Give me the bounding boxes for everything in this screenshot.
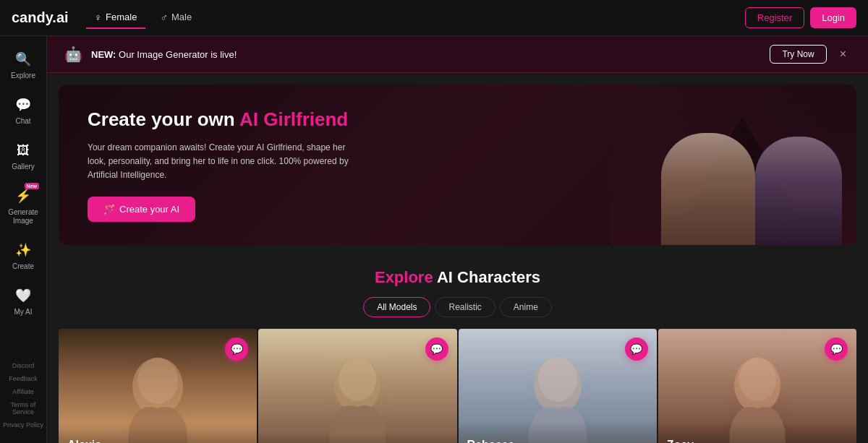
explore-title: Explore AI Characters xyxy=(59,268,856,287)
zoey-name: Zoey xyxy=(667,439,848,443)
svg-point-1 xyxy=(137,358,178,404)
explore-icon: 🔍 xyxy=(13,49,33,69)
filter-anime[interactable]: Anime xyxy=(500,297,552,317)
asuna-info: Asuna 18 years Japanese waitress, manga … xyxy=(258,432,456,443)
myai-icon: 🤍 xyxy=(13,285,33,306)
filter-tabs: All Models Realistic Anime xyxy=(59,297,856,317)
register-button[interactable]: Register xyxy=(745,7,804,28)
sidebar-item-gallery[interactable]: 🖼 Gallery xyxy=(3,134,43,177)
asuna-chat-button[interactable]: 💬 xyxy=(425,337,448,361)
filter-all-models[interactable]: All Models xyxy=(363,297,430,317)
explore-section: Explore AI Characters All Models Realist… xyxy=(47,257,868,443)
sidebar-top: 🔍 Explore 💬 Chat 🖼 Gallery New ⚡ Generat… xyxy=(0,43,46,322)
top-navigation: candy.ai ♀ Female ♂ Male Register Login xyxy=(0,0,868,36)
privacy-link[interactable]: Privacy Policy xyxy=(1,420,45,430)
main-layout: 🔍 Explore 💬 Chat 🖼 Gallery New ⚡ Generat… xyxy=(0,36,868,443)
zoey-info: Zoey 21 years Trendy student and barista… xyxy=(658,421,856,443)
svg-point-3 xyxy=(339,358,376,401)
rebecca-info: Rebecca 51 years Active Yoga and fitness… xyxy=(459,421,657,443)
sidebar-item-chat[interactable]: 💬 Chat xyxy=(3,89,43,132)
alexis-info: Alexis 25 years Digital muse and trendse… xyxy=(59,421,257,443)
discord-link[interactable]: Discord xyxy=(11,361,36,371)
svg-point-7 xyxy=(739,358,776,401)
hero-content: Create your own AI Girlfriend Your dream… xyxy=(88,108,827,222)
rebecca-chat-button[interactable]: 💬 xyxy=(625,337,648,361)
character-card-rebecca[interactable]: 💬 Rebecca 51 years Active Yoga and fitne… xyxy=(459,329,657,443)
login-button[interactable]: Login xyxy=(810,7,856,28)
main-content: 🤖 NEW: Our Image Generator is live! Try … xyxy=(47,36,868,443)
app-logo[interactable]: candy.ai xyxy=(12,9,69,26)
svg-point-5 xyxy=(538,357,577,402)
gallery-icon: 🖼 xyxy=(13,140,33,160)
sidebar-item-myai[interactable]: 🤍 My AI xyxy=(3,280,43,322)
create-icon: ✨ xyxy=(13,240,33,260)
sidebar-bottom: Discord Feedback Affiliate Terms of Serv… xyxy=(0,361,46,436)
announcement-banner: 🤖 NEW: Our Image Generator is live! Try … xyxy=(47,36,868,73)
nav-buttons: Register Login xyxy=(745,7,856,28)
close-announcement-button[interactable]: × xyxy=(835,46,851,62)
terms-link[interactable]: Terms of Service xyxy=(0,400,46,417)
chat-icon: 💬 xyxy=(13,95,33,115)
create-ai-button[interactable]: 🪄 Create your AI xyxy=(88,197,195,222)
sidebar-item-explore[interactable]: 🔍 Explore xyxy=(3,43,43,86)
female-tab[interactable]: ♀ Female xyxy=(86,7,146,29)
announcement-icon: 🤖 xyxy=(64,46,82,63)
create-btn-label: Create your AI xyxy=(119,204,179,215)
try-now-button[interactable]: Try Now xyxy=(770,45,826,64)
female-icon: ♀ xyxy=(95,12,103,23)
filter-realistic[interactable]: Realistic xyxy=(435,297,495,317)
announcement-text: NEW: Our Image Generator is live! xyxy=(91,49,761,60)
hero-banner: Create your own AI Girlfriend Your dream… xyxy=(59,85,856,245)
gender-tabs: ♀ Female ♂ Male xyxy=(86,7,745,29)
alexis-name: Alexis xyxy=(67,439,248,443)
create-btn-icon: 🪄 xyxy=(103,204,115,215)
character-card-asuna[interactable]: 💬 Asuna 18 years Japanese waitress, mang… xyxy=(258,329,456,443)
character-card-zoey[interactable]: 💬 Zoey 21 years Trendy student and baris… xyxy=(658,329,856,443)
hero-title: Create your own AI Girlfriend xyxy=(88,108,827,132)
hero-description: Your dream companion awaits! Create your… xyxy=(88,141,362,183)
character-card-alexis[interactable]: 💬 Alexis 25 years Digital muse and trend… xyxy=(59,329,257,443)
character-grid: 💬 Alexis 25 years Digital muse and trend… xyxy=(59,329,856,443)
male-tab[interactable]: ♂ Male xyxy=(151,7,200,29)
new-badge: New xyxy=(25,183,39,189)
sidebar-item-generate[interactable]: New ⚡ Generate Image xyxy=(3,180,43,231)
sidebar-item-create[interactable]: ✨ Create xyxy=(3,234,43,277)
male-icon: ♂ xyxy=(160,12,168,23)
affiliate-link[interactable]: Affiliate xyxy=(11,387,35,397)
rebecca-name: Rebecca xyxy=(467,439,648,443)
sidebar: 🔍 Explore 💬 Chat 🖼 Gallery New ⚡ Generat… xyxy=(0,36,47,443)
feedback-link[interactable]: Feedback xyxy=(7,374,39,384)
